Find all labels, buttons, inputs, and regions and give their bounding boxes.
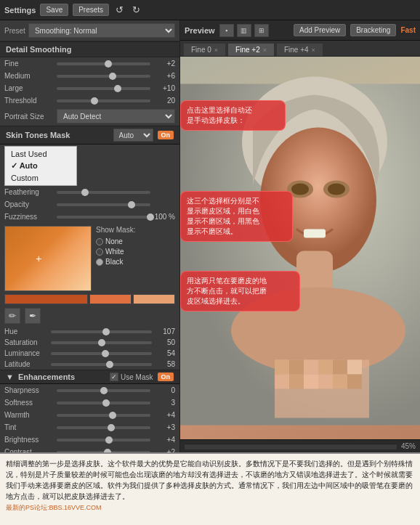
color-strip-red[interactable] [4, 294, 88, 304]
callout-mask-text: 这三个选择框分别是不显示磨皮区域，用白色显示不磨区域，用黑色显示不磨区域。 [187, 197, 259, 235]
preview-tabs: Fine 0 × Fine +2 × Fine +4 × [180, 41, 420, 57]
hsl-luminance-slider[interactable] [51, 352, 152, 355]
add-preview-button[interactable]: Add Preview [294, 24, 346, 36]
radio-white-label: White [105, 248, 124, 256]
dropdown-last-used[interactable]: Last Used [5, 148, 76, 160]
show-mask-title: Show Mask: [96, 226, 135, 234]
slider-brightness-track[interactable] [57, 439, 150, 441]
preset-label: Preset [4, 27, 25, 35]
slider-sharpness-label: Sharpness [4, 386, 54, 394]
use-mask-label: Use Mask [121, 373, 153, 381]
undo-button[interactable]: ↺ [113, 4, 126, 15]
tab-fine2-label: Fine +2 [235, 46, 260, 54]
save-button[interactable]: Save [40, 4, 68, 16]
redo-button[interactable]: ↻ [130, 4, 142, 15]
dropdown-auto[interactable]: ✓ Auto [5, 160, 76, 172]
preset-row: Preset Smoothing: Normal [0, 20, 179, 41]
tab-fine4-close[interactable]: × [312, 46, 315, 54]
svg-rect-9 [304, 229, 326, 238]
slider-warmth-track[interactable] [57, 414, 150, 417]
skin-tones-title: Skin Tones Mask [6, 131, 109, 139]
color-strip-orange[interactable] [89, 294, 132, 304]
slider-sharpness-track[interactable] [57, 389, 150, 392]
slider-fine-track[interactable] [57, 62, 150, 65]
enhance-on-badge[interactable]: On [158, 373, 174, 381]
brush-row: ✏ ✒ [0, 306, 179, 326]
slider-feathering: Feathering [0, 186, 179, 198]
svg-rect-21 [333, 375, 347, 389]
tab-fine0[interactable]: Fine 0 × [183, 43, 226, 56]
settings-title: Settings [4, 6, 36, 15]
slider-threshold: Threshold 20 [0, 94, 179, 107]
slider-feathering-track[interactable] [57, 191, 150, 194]
dropdown-custom[interactable]: Custom [5, 172, 76, 184]
slider-large-value: +10 [153, 84, 175, 92]
slider-softness: Softness 3 [0, 396, 179, 409]
brush-remove-icon[interactable]: ✒ [25, 308, 41, 324]
hsl-latitude: Latitude 58 [0, 359, 179, 370]
slider-fuzziness-track[interactable] [57, 216, 150, 219]
slider-threshold-track[interactable] [57, 99, 150, 102]
hsl-hue-value: 107 [155, 327, 175, 335]
slider-warmth-label: Warmth [4, 411, 54, 419]
radio-black[interactable]: Black [96, 258, 135, 266]
hsl-luminance-value: 54 [155, 349, 175, 357]
preview-icon-grid[interactable]: ⊞ [254, 24, 269, 37]
slider-tint-label: Tint [4, 423, 54, 431]
slider-fuzziness: Fuzziness 100 % [0, 211, 179, 223]
hsl-luminance-label: Luminance [4, 349, 48, 357]
hsl-saturation-slider[interactable] [51, 341, 152, 344]
preset-select[interactable]: Smoothing: Normal [28, 23, 175, 38]
slider-tint-track[interactable] [57, 426, 150, 429]
slider-warmth-value: +4 [153, 411, 175, 419]
color-swatch[interactable] [4, 226, 92, 291]
skin-on-badge[interactable]: On [158, 131, 174, 139]
svg-rect-18 [289, 375, 304, 389]
portrait-size-select[interactable]: Auto Detect [57, 109, 175, 123]
tab-fine4-label: Fine +4 [284, 46, 309, 54]
slider-large-label: Large [4, 84, 54, 92]
hsl-latitude-slider[interactable] [51, 363, 152, 366]
use-mask-box [110, 373, 118, 381]
hsl-hue-slider[interactable] [51, 330, 152, 333]
svg-rect-15 [333, 360, 347, 375]
svg-rect-12 [289, 360, 304, 375]
preview-bg: 点击这里选择自动还是手动选择皮肤： 这三个选择框分别是不显示磨皮区域，用白色显示… [180, 57, 420, 452]
slider-large: Large +10 [0, 82, 179, 94]
crosshair-icon [36, 255, 43, 262]
main-layout: Preset Smoothing: Normal Detail Smoothin… [0, 20, 420, 452]
preview-icon-split[interactable]: ▥ [237, 24, 251, 37]
slider-sharpness: Sharpness 0 [0, 384, 179, 396]
hsl-saturation-value: 50 [155, 338, 175, 346]
slider-softness-track[interactable] [57, 402, 150, 404]
slider-threshold-value: 20 [153, 97, 175, 105]
slider-medium-track[interactable] [57, 75, 150, 78]
svg-rect-20 [318, 375, 333, 389]
slider-large-track[interactable] [57, 87, 150, 90]
use-mask-checkbox[interactable]: Use Mask [110, 373, 153, 381]
svg-rect-11 [275, 360, 289, 375]
hsl-luminance: Luminance 54 [0, 348, 179, 359]
slider-contrast-track[interactable] [57, 451, 150, 453]
svg-rect-22 [347, 375, 362, 389]
preview-icon-single[interactable]: ▪ [219, 24, 234, 37]
brush-add-icon[interactable]: ✏ [4, 308, 20, 324]
tab-fine0-label: Fine 0 [191, 46, 211, 54]
color-strip-peach[interactable] [133, 294, 175, 304]
portrait-size-label: Portrait Size [4, 113, 54, 121]
skin-tones-select[interactable]: Auto [113, 129, 153, 142]
tab-fine0-close[interactable]: × [214, 46, 218, 54]
presets-button[interactable]: Presets [73, 4, 109, 16]
radio-none[interactable]: None [96, 237, 135, 245]
h-scrollbar[interactable] [185, 444, 397, 449]
tab-fine2-close[interactable]: × [263, 46, 267, 54]
bracketing-button[interactable]: Bracketing [350, 24, 396, 36]
tab-fine2[interactable]: Fine +2 × [227, 43, 275, 56]
slider-opacity-track[interactable] [57, 203, 150, 206]
preview-image-area[interactable]: 点击这里选择自动还是手动选择皮肤： 这三个选择框分别是不显示磨皮区域，用白色显示… [180, 57, 420, 452]
tab-fine4[interactable]: Fine +4 × [276, 43, 323, 56]
radio-white[interactable]: White [96, 248, 135, 256]
callout-auto-detect: 点击这里选择自动还是手动选择皮肤： [180, 100, 286, 131]
radio-none-label: None [105, 237, 123, 245]
slider-warmth: Warmth +4 [0, 409, 179, 421]
